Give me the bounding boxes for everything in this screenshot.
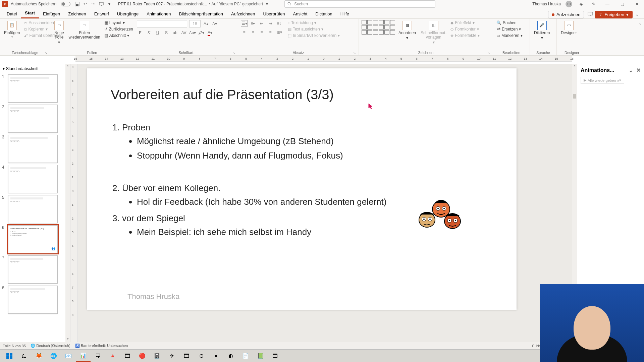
ruler-horizontal[interactable]: 1615141312111098765432101234567891011121… <box>75 56 572 62</box>
font-color-icon[interactable]: A▾ <box>207 29 213 36</box>
taskbar-telegram-icon[interactable]: ✈ <box>164 350 179 362</box>
reset-button[interactable]: ↺ Zurücksetzen <box>104 26 134 32</box>
slide-thumbnail-6[interactable]: 6Vorbereiten auf die Präsentation (3/3)1… <box>2 225 69 253</box>
minimize-button[interactable]: — <box>602 1 612 7</box>
grow-font-icon[interactable]: A▴ <box>203 20 209 27</box>
tab-aufzeichnen[interactable]: Aufzeichnen <box>227 9 259 18</box>
justify-icon[interactable]: ≡ <box>267 29 274 36</box>
ribbon-collapse-icon[interactable]: ⌄ <box>633 10 641 18</box>
columns-icon[interactable]: ▥▾ <box>276 29 282 36</box>
shape-effects-button[interactable]: ◈ Formeffekte ▾ <box>450 33 480 38</box>
taskbar-app-icon[interactable]: ◐ <box>223 350 238 362</box>
language-status[interactable]: 🌐 Deutsch (Österreich) <box>31 344 70 348</box>
play-all-button[interactable]: ▶ Alle wiedergeben ▴▾ <box>581 77 624 84</box>
tab-bildschirmpraesentation[interactable]: Bildschirmpräsentation <box>175 9 227 18</box>
coming-soon-icon[interactable]: ✎ <box>590 1 597 7</box>
slide-thumbnail-4[interactable]: 4%">%">%"> <box>2 165 69 193</box>
line-spacing-icon[interactable]: ≡↕ <box>276 20 282 27</box>
taskbar-app-icon[interactable]: ● <box>209 350 223 362</box>
find-button[interactable]: 🔍 Suchen <box>496 20 523 25</box>
autosave-toggle[interactable] <box>61 2 70 6</box>
align-left-icon[interactable]: ≡ <box>241 29 248 36</box>
taskbar-app-icon[interactable]: 🗔 <box>268 350 282 362</box>
start-button[interactable] <box>2 350 17 362</box>
record-button[interactable]: Aufzeichnen <box>548 11 584 18</box>
dictate-button[interactable]: 🎤 Diktieren▾ <box>533 20 551 41</box>
accessibility-status[interactable]: ♿ Barrierefreiheit: Untersuchen <box>75 344 128 348</box>
save-icon[interactable] <box>74 1 80 7</box>
taskbar-firefox-icon[interactable]: 🦊 <box>32 350 46 362</box>
scroll-up-icon[interactable]: ▴ <box>572 64 577 68</box>
maximize-button[interactable]: ▢ <box>617 1 627 7</box>
title-dropdown-icon[interactable]: ▾ <box>264 1 270 7</box>
taskbar-onenote-icon[interactable]: 📓 <box>150 350 164 362</box>
launcher-icon[interactable]: ↘ <box>232 51 235 55</box>
taskbar-chrome-icon[interactable]: 🌐 <box>46 350 61 362</box>
arrange-button[interactable]: ▦ Anordnen▾ <box>397 20 417 41</box>
reuse-slides-button[interactable]: ▭ Folien wiederverwenden <box>67 20 102 40</box>
font-size-input[interactable]: 18 <box>189 20 201 27</box>
tab-zeichnen[interactable]: Zeichnen <box>64 9 90 18</box>
case-icon[interactable]: Aa▾ <box>189 29 196 36</box>
spacing-icon[interactable]: AV <box>180 29 187 36</box>
scrollbar-handle[interactable] <box>573 94 576 99</box>
tab-dictation[interactable]: Dictation <box>311 9 336 18</box>
tab-animationen[interactable]: Animationen <box>143 9 175 18</box>
underline-icon[interactable]: U <box>154 29 161 36</box>
select-button[interactable]: ▭ Markieren ▾ <box>496 33 523 38</box>
slide-thumbnails-panel[interactable]: ▾Standardabschnitt 1%">%">%">2%">%">%">3… <box>0 64 70 342</box>
tab-uebergaenge[interactable]: Übergänge <box>113 9 143 18</box>
thumbs-scrollbar[interactable]: ▴ ▾ <box>65 64 70 342</box>
slide-thumbnail-3[interactable]: 3%">%">%"> <box>2 135 69 163</box>
shape-outline-button[interactable]: ◇ Formkontur ▾ <box>450 26 480 32</box>
slide-thumbnail-2[interactable]: 2%">%">%"> <box>2 105 69 133</box>
taskbar-powerpoint-icon[interactable]: 📊 <box>76 350 91 362</box>
indent-decrease-icon[interactable]: ⇤ <box>258 20 265 27</box>
slide-position[interactable]: Folie 6 von 35 <box>3 344 26 348</box>
highlight-icon[interactable]: 🖍▾ <box>198 29 205 36</box>
replace-button[interactable]: ⮂ Ersetzen ▾ <box>496 26 523 32</box>
taskbar-explorer-icon[interactable]: 🗂 <box>17 350 32 362</box>
italic-icon[interactable]: K <box>146 29 152 36</box>
taskbar-app-icon[interactable]: 🗔 <box>120 350 135 362</box>
shrink-font-icon[interactable]: A▾ <box>211 20 218 27</box>
scroll-up-icon[interactable]: ▴ <box>65 64 70 68</box>
taskbar-app-icon[interactable]: 🔴 <box>135 350 150 362</box>
numbering-icon[interactable]: ≡▾ <box>250 20 256 27</box>
undo-icon[interactable]: ↶ <box>82 1 89 7</box>
tab-entwurf[interactable]: Entwurf <box>90 9 113 18</box>
close-button[interactable]: ✕ <box>632 1 642 7</box>
taskbar-app-icon[interactable]: 🗔 <box>179 350 194 362</box>
shape-fill-button[interactable]: ◆ Fülleffekt ▾ <box>450 20 480 25</box>
align-text-button[interactable]: ▤ Text ausrichten ▾ <box>287 26 340 32</box>
tab-einfuegen[interactable]: Einfügen <box>39 9 64 18</box>
ruler-vertical[interactable]: 9876543210123456789 <box>70 64 78 342</box>
diamond-icon[interactable]: ◈ <box>578 1 584 7</box>
tab-hilfe[interactable]: Hilfe <box>336 9 353 18</box>
launcher-icon[interactable]: ↘ <box>353 51 356 55</box>
present-mode-icon[interactable] <box>586 10 595 18</box>
shadow-icon[interactable]: ab <box>172 29 178 36</box>
font-family-input[interactable] <box>137 20 187 27</box>
account-avatar[interactable]: TH <box>566 1 572 7</box>
slide-thumbnail-1[interactable]: 1%">%">%"> <box>2 74 69 103</box>
ribbon-options-icon[interactable]: ⌄ <box>639 21 642 25</box>
taskbar-excel-icon[interactable]: 📗 <box>253 350 268 362</box>
text-direction-button[interactable]: ↕ Textrichtung ▾ <box>287 20 340 25</box>
bold-icon[interactable]: F <box>137 29 144 36</box>
taskbar-app-icon[interactable]: 🗨 <box>91 350 105 362</box>
designer-button[interactable]: ▭ Designer <box>559 20 578 36</box>
slide-thumbnail-8[interactable]: 8%">%">%"> <box>2 286 69 314</box>
close-icon[interactable]: ✕ <box>636 67 641 73</box>
tab-ansicht[interactable]: Ansicht <box>289 9 312 18</box>
section-header[interactable]: ▾Standardabschnitt <box>2 65 69 72</box>
taskbar-word-icon[interactable]: 📄 <box>238 350 253 362</box>
new-slide-button[interactable]: ▭ Neue Folie▾ <box>53 20 65 46</box>
align-center-icon[interactable]: ≡ <box>250 29 256 36</box>
align-right-icon[interactable]: ≡ <box>258 29 265 36</box>
tab-ueberpruefen[interactable]: Überprüfen <box>259 9 289 18</box>
taskbar-vlc-icon[interactable]: 🔺 <box>105 350 120 362</box>
tab-datei[interactable]: Datei <box>3 9 21 18</box>
slide-thumbnail-5[interactable]: 5%">%">%"> <box>2 195 69 223</box>
search-input[interactable]: Suchen <box>284 0 435 8</box>
